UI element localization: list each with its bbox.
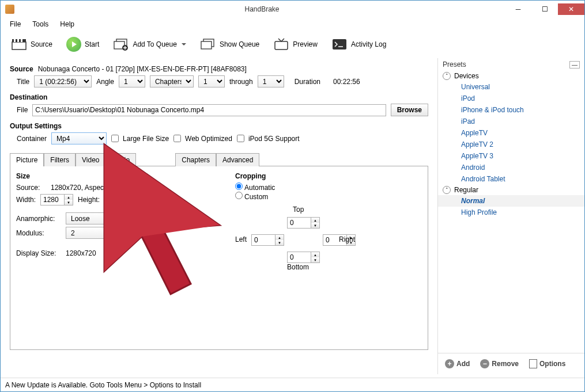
ipod-5g-checkbox[interactable]: iPod 5G Support [237,135,300,143]
title-label: Title [17,78,29,86]
anamorphic-label: Anamorphic: [16,215,61,223]
modulus-label: Modulus: [16,229,61,237]
preview-button[interactable]: Preview [269,35,322,54]
menubar: File Tools Help [1,18,584,31]
preview-label: Preview [293,40,318,48]
preset-add-button[interactable]: +Add [441,357,473,371]
file-input[interactable] [32,104,386,116]
cropping-label: Cropping [235,172,422,180]
preset-group-regular[interactable]: ˄ Regular [438,185,584,195]
height-spinner[interactable]: ▲▼ [104,194,137,205]
chapter-to-select[interactable]: 1 [258,75,284,87]
activity-log-button[interactable]: Activity Log [327,35,391,54]
presets-header: Presets [443,60,466,68]
add-to-queue-button[interactable]: Add To Queue [108,35,191,54]
preset-options-button[interactable]: Options [526,357,569,371]
main-panel: Source Nobunaga Concerto - 01 [720p] [MX… [1,58,437,374]
menu-file[interactable]: File [4,18,27,30]
preset-ipod[interactable]: iPod [438,93,584,104]
duration-label: Duration [295,78,320,86]
tab-filters[interactable]: Filters [44,153,76,166]
width-spinner[interactable]: ▲▼ [40,194,73,205]
show-queue-button[interactable]: Show Queue [195,35,264,54]
preset-high-profile[interactable]: High Profile [438,207,584,218]
crop-automatic-radio[interactable]: Automatic [235,184,275,192]
activity-log-label: Activity Log [351,40,386,48]
svg-rect-4 [21,39,22,42]
preset-appletv3[interactable]: AppleTV 3 [438,150,584,162]
preset-iphone[interactable]: iPhone & iPod touch [438,104,584,116]
preset-appletv2[interactable]: AppleTV 2 [438,139,584,150]
file-label: File [17,106,28,114]
source-label: Source [10,65,33,73]
presets-sidebar: Presets — ˄ Devices Universal iPod iPhon… [437,58,584,374]
close-button[interactable]: ✕ [558,3,584,15]
title-select[interactable]: 1 (00:22:56) [34,75,92,87]
maximize-button[interactable]: ☐ [531,3,558,15]
display-size-value: 1280x720 [66,249,96,257]
browse-button[interactable]: Browse [391,104,428,116]
source-label: Source [31,40,52,48]
start-button[interactable]: Start [62,35,104,54]
menu-help[interactable]: Help [54,18,80,30]
container-label: Container [17,135,47,143]
svg-rect-3 [17,39,19,42]
preset-group-devices[interactable]: ˄ Devices [438,71,584,81]
svg-rect-11 [333,39,346,50]
toolbar: Source Start Add To Queue Show Queue Pre… [1,31,584,58]
clapper-icon [11,37,27,51]
source-button[interactable]: Source [6,35,57,54]
show-queue-label: Show Queue [220,40,259,48]
crop-custom-radio[interactable]: Custom [235,193,268,201]
crop-bottom-spinner[interactable]: ▲▼ [287,252,320,263]
picture-tab-body: Size Source: 1280x720, Aspect Ratio: Wid… [10,166,428,350]
chevron-up-icon: ˄ [443,186,451,194]
start-label: Start [85,40,99,48]
picture-source-value: 1280x720, Aspect Ratio: [51,184,126,192]
queue-add-icon [113,37,129,51]
crop-bottom-label: Bottom [287,263,309,271]
minimize-button[interactable]: ─ [505,3,531,15]
tab-video[interactable]: Video [76,153,105,166]
container-select[interactable]: Mp4 [51,132,107,144]
preset-android-tablet[interactable]: Android Tablet [438,173,584,185]
preset-appletv[interactable]: AppleTV [438,127,584,139]
width-label: Width: [16,196,36,204]
menu-tools[interactable]: Tools [27,18,54,30]
window-title: HandBrake [19,5,505,13]
add-queue-label: Add To Queue [133,40,177,48]
preset-normal[interactable]: Normal [438,195,584,207]
anamorphic-select[interactable]: Loose [66,212,129,224]
crop-top-spinner[interactable]: ▲▼ [287,217,320,229]
crop-left-spinner[interactable]: ▲▼ [251,234,284,246]
terminal-icon [331,37,348,51]
crop-right-label: Right [339,235,355,243]
chevron-up-icon: ˄ [443,72,451,80]
svg-rect-10 [275,41,288,50]
size-label: Size [16,172,224,180]
tab-advanced[interactable]: Advanced [216,153,259,166]
tab-picture[interactable]: Picture [10,153,44,166]
queue-icon [200,37,216,51]
preset-ipad[interactable]: iPad [438,116,584,127]
chapter-from-select[interactable]: 1 [198,75,225,87]
modulus-select[interactable]: 2 [66,227,129,239]
svg-rect-2 [14,39,16,42]
crop-top-label: Top [293,205,304,214]
range-type-select[interactable]: Chapters [150,75,194,87]
web-optimized-checkbox[interactable]: Web Optimized [173,135,232,143]
preset-android[interactable]: Android [438,162,584,173]
preset-remove-button[interactable]: −Remove [477,357,522,371]
tab-audio[interactable]: Audio [106,153,137,166]
large-file-checkbox[interactable]: Large File Size [111,135,169,143]
chevron-down-icon [182,43,186,45]
angle-select[interactable]: 1 [119,75,145,87]
output-settings-label: Output Settings [10,122,428,130]
play-icon [66,37,81,52]
presets-collapse-button[interactable]: — [569,61,580,68]
display-size-label: Display Size: [16,249,61,257]
tv-icon [273,37,289,51]
tab-chapters[interactable]: Chapters [175,153,216,166]
window-controls: ─ ☐ ✕ [505,3,584,15]
preset-universal[interactable]: Universal [438,81,584,93]
